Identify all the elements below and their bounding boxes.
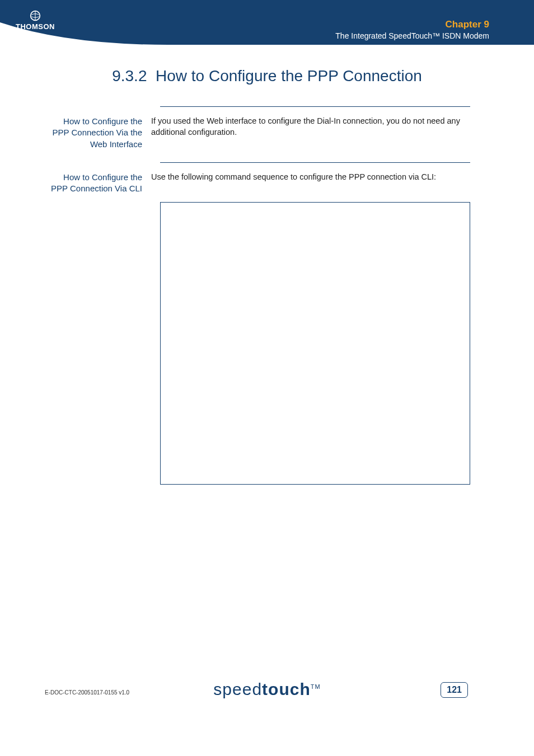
divider	[160, 106, 470, 107]
block-cli-label: How to Configure the PPP Connection Via …	[45, 172, 151, 195]
page-number: 121	[441, 682, 468, 698]
block-web-body: If you used the Web interface to configu…	[151, 116, 465, 138]
thomson-logo: THOMSON	[16, 10, 55, 31]
block-cli: How to Configure the PPP Connection Via …	[45, 172, 470, 195]
product-logo-light: speed	[213, 680, 262, 698]
chapter-subtitle: The Integrated SpeedTouch™ ISDN Modem	[335, 31, 489, 40]
block-cli-body: Use the following command sequence to co…	[151, 172, 465, 183]
header-bar: THOMSON Chapter 9 The Integrated SpeedTo…	[0, 0, 534, 50]
content-area: How to Configure the PPP Connection Via …	[45, 106, 470, 485]
section-number: 9.3.2	[112, 67, 147, 84]
page-footer: E-DOC-CTC-20051017-0155 v1.0 speedtouchT…	[0, 673, 534, 696]
thomson-brand-text: THOMSON	[16, 22, 55, 31]
product-logo-bold: touch	[262, 680, 311, 698]
divider	[160, 162, 470, 163]
block-web: How to Configure the PPP Connection Via …	[45, 116, 470, 150]
thomson-globe-icon	[30, 10, 41, 21]
block-web-label: How to Configure the PPP Connection Via …	[45, 116, 151, 150]
section-title: 9.3.2 How to Configure the PPP Connectio…	[0, 67, 534, 85]
chapter-number: Chapter 9	[335, 19, 489, 30]
trademark-symbol: TM	[311, 683, 321, 690]
cli-command-box	[160, 202, 470, 485]
chapter-label: Chapter 9 The Integrated SpeedTouch™ ISD…	[335, 19, 489, 40]
section-heading: How to Configure the PPP Connection	[156, 67, 422, 84]
